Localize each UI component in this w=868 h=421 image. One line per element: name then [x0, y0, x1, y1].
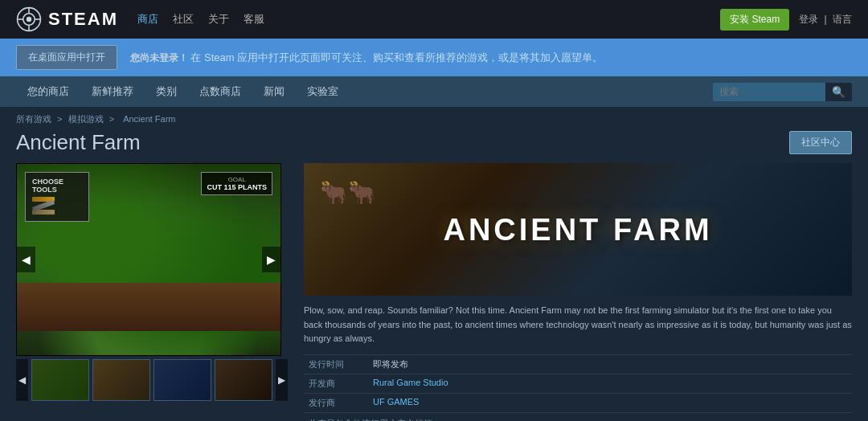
thumb-next-button[interactable]: ▶ — [276, 359, 288, 401]
thumbnail-2[interactable] — [92, 359, 150, 401]
logo-text: STEAM — [48, 9, 118, 30]
developer-link[interactable]: Rural Game Studio — [373, 378, 448, 387]
publisher-label: 发行商 — [304, 393, 368, 412]
ox-silhouette: 🐂🐂 — [320, 179, 376, 206]
nav-store[interactable]: 商店 — [137, 12, 158, 27]
search-input[interactable] — [713, 83, 825, 100]
top-nav-right: 安装 Steam 登录 | 语言 — [720, 9, 852, 31]
open-app-button[interactable]: 在桌面应用中打开 — [16, 45, 117, 70]
not-logged-in-label: 您尚未登录！ — [130, 52, 188, 63]
nav-labs[interactable]: 实验室 — [296, 76, 350, 107]
prev-screenshot-button[interactable]: ◀ — [17, 247, 35, 272]
page-title: Ancient Farm — [16, 130, 141, 155]
next-screenshot-button[interactable]: ▶ — [262, 247, 280, 272]
tools-panel: CHOOSE TOOLS — [25, 172, 89, 222]
thumbnails-row: ◀ ▶ — [16, 359, 288, 401]
thumbnail-4[interactable] — [215, 359, 272, 401]
search-box: 🔍 — [713, 83, 852, 101]
developer-label: 开发商 — [304, 374, 368, 393]
language-link[interactable]: 语言 — [833, 14, 852, 25]
breadcrumb-current-game: Ancient Farm — [123, 114, 175, 124]
nav-points-shop[interactable]: 点数商店 — [188, 76, 252, 107]
game-logo: ANCIENT FARM — [443, 215, 712, 245]
publisher-value[interactable]: UF GAMES — [368, 393, 852, 412]
login-link[interactable]: 登录 — [799, 14, 818, 25]
nav-community[interactable]: 社区 — [173, 12, 194, 27]
banner-description: 在 Steam 应用中打开此页面即可关注、购买和查看所推荐的游戏，或是将其加入愿… — [190, 51, 603, 63]
secondary-nav: 您的商店 新鲜推荐 类别 点数商店 新闻 实验室 🔍 — [0, 76, 868, 107]
install-steam-button[interactable]: 安装 Steam — [720, 9, 789, 31]
media-section: CHOOSE TOOLS GOAL CUT 115 PLANTS ◀ ▶ — [16, 163, 288, 421]
main-nav-links: 商店 社区 关于 客服 — [137, 12, 264, 27]
top-navigation: STEAM 商店 社区 关于 客服 安装 Steam 登录 | 语言 — [0, 0, 868, 39]
developer-row: 开发商 Rural Game Studio — [304, 374, 852, 393]
search-icon: 🔍 — [832, 86, 845, 98]
breadcrumb-all-games[interactable]: 所有游戏 — [16, 114, 51, 124]
game-info-section: 🐂🐂 ANCIENT FARM Plow, sow, and reap. Sou… — [304, 163, 852, 421]
install-banner: 在桌面应用中打开 您尚未登录！ 在 Steam 应用中打开此页面即可关注、购买和… — [0, 39, 868, 76]
goal-description: CUT 115 PLANTS — [207, 183, 267, 191]
game-info-table: 发行时间 即将发布 开发商 Rural Game Studio 发行商 UF G… — [304, 354, 852, 421]
store-nav-links: 您的商店 新鲜推荐 类别 点数商店 新闻 实验室 — [16, 76, 350, 107]
goal-panel: GOAL CUT 115 PLANTS — [201, 172, 272, 195]
thumbnail-1[interactable] — [31, 359, 89, 401]
tags-row-wrap: 此产品包含的流行用户定义标签： — [304, 412, 852, 421]
thumb-prev-button[interactable]: ◀ — [16, 359, 28, 401]
developer-value[interactable]: Rural Game Studio — [368, 374, 852, 393]
breadcrumb: 所有游戏 > 模拟游戏 > Ancient Farm — [0, 107, 868, 127]
release-value: 即将发布 — [368, 354, 852, 374]
breadcrumb-sim-games[interactable]: 模拟游戏 — [68, 114, 104, 124]
nav-categories[interactable]: 类别 — [145, 76, 188, 107]
nav-your-store[interactable]: 您的商店 — [16, 76, 80, 107]
nav-about[interactable]: 关于 — [208, 12, 229, 27]
publisher-link[interactable]: UF GAMES — [373, 397, 419, 407]
tags-label: 此产品包含的流行用户定义标签： — [304, 412, 852, 421]
main-screenshot: CHOOSE TOOLS GOAL CUT 115 PLANTS ◀ ▶ — [16, 163, 281, 356]
thumbnail-3[interactable] — [154, 359, 211, 401]
game-description: Plow, sow, and reap. Sounds familiar? No… — [304, 304, 852, 346]
banner-message: 您尚未登录！ 在 Steam 应用中打开此页面即可关注、购买和查看所推荐的游戏，… — [130, 51, 603, 65]
game-banner-image: 🐂🐂 ANCIENT FARM — [304, 163, 852, 296]
release-label: 发行时间 — [304, 354, 368, 374]
nav-support[interactable]: 客服 — [244, 12, 264, 27]
release-row: 发行时间 即将发布 — [304, 354, 852, 374]
nav-new-releases[interactable]: 新鲜推荐 — [80, 76, 145, 107]
goal-label: GOAL — [207, 176, 267, 183]
publisher-row: 发行商 UF GAMES — [304, 393, 852, 412]
tool-item-2 — [32, 203, 82, 208]
game-logo-title: ANCIENT FARM — [443, 215, 712, 245]
main-content: CHOOSE TOOLS GOAL CUT 115 PLANTS ◀ ▶ — [0, 163, 868, 421]
steam-logo: STEAM — [16, 6, 118, 32]
tool-item-1 — [32, 197, 82, 202]
community-hub-button[interactable]: 社区中心 — [789, 131, 852, 154]
soil-area — [17, 283, 280, 331]
tool-item-3 — [32, 210, 82, 215]
login-links: 登录 | 语言 — [799, 13, 852, 27]
svg-point-2 — [27, 17, 31, 22]
nav-news[interactable]: 新闻 — [252, 76, 296, 107]
tools-panel-title: CHOOSE TOOLS — [32, 178, 82, 194]
page-title-row: Ancient Farm 社区中心 — [0, 127, 868, 163]
search-button[interactable]: 🔍 — [825, 83, 852, 101]
